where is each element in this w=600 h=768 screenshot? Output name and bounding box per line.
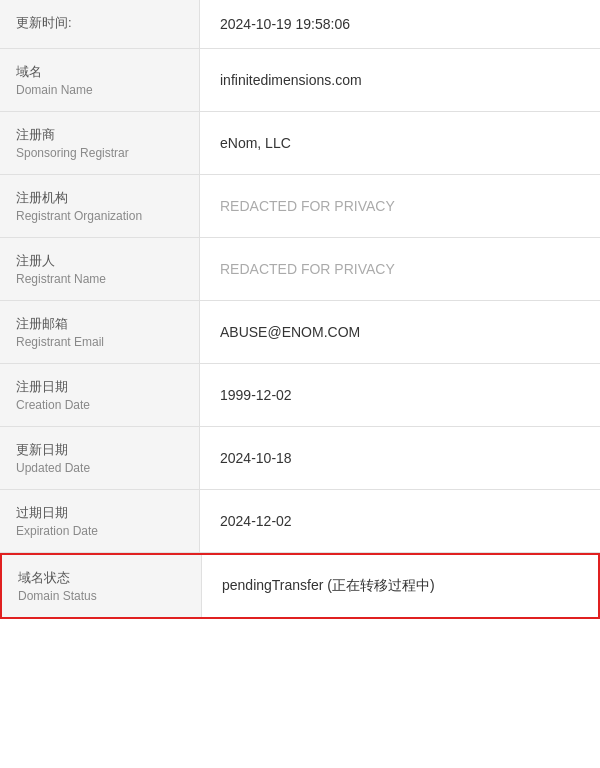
value-cell-registrant-name: REDACTED FOR PRIVACY — [200, 238, 600, 300]
label-cell-registrant-email: 注册邮箱 Registrant Email — [0, 301, 200, 363]
label-en-registrant-name: Registrant Name — [16, 272, 183, 286]
whois-table: 更新时间: 2024-10-19 19:58:06 域名 Domain Name… — [0, 0, 600, 619]
value-text-updated-date: 2024-10-18 — [220, 450, 292, 466]
label-en-domain-status: Domain Status — [18, 589, 185, 603]
table-row-domain-status: 域名状态 Domain Status pendingTransfer (正在转移… — [0, 553, 600, 619]
table-row-domain-name: 域名 Domain Name infinitedimensions.com — [0, 49, 600, 112]
value-text-expiration-date: 2024-12-02 — [220, 513, 292, 529]
value-cell-updated-date: 2024-10-18 — [200, 427, 600, 489]
table-row-expiration-date: 过期日期 Expiration Date 2024-12-02 — [0, 490, 600, 553]
value-text-registrant-name: REDACTED FOR PRIVACY — [220, 261, 395, 277]
table-row-registrant-organization: 注册机构 Registrant Organization REDACTED FO… — [0, 175, 600, 238]
label-en-sponsoring-registrar: Sponsoring Registrar — [16, 146, 183, 160]
label-en-creation-date: Creation Date — [16, 398, 183, 412]
value-text-registrant-organization: REDACTED FOR PRIVACY — [220, 198, 395, 214]
label-zh-domain-name: 域名 — [16, 63, 183, 81]
table-row-updated-date: 更新日期 Updated Date 2024-10-18 — [0, 427, 600, 490]
label-cell-creation-date: 注册日期 Creation Date — [0, 364, 200, 426]
label-cell-registrant-organization: 注册机构 Registrant Organization — [0, 175, 200, 237]
value-cell-registrant-organization: REDACTED FOR PRIVACY — [200, 175, 600, 237]
label-en-domain-name: Domain Name — [16, 83, 183, 97]
table-row-registrant-email: 注册邮箱 Registrant Email ABUSE@ENOM.COM — [0, 301, 600, 364]
value-text-creation-date: 1999-12-02 — [220, 387, 292, 403]
label-cell-sponsoring-registrar: 注册商 Sponsoring Registrar — [0, 112, 200, 174]
table-row-creation-date: 注册日期 Creation Date 1999-12-02 — [0, 364, 600, 427]
value-cell-sponsoring-registrar: eNom, LLC — [200, 112, 600, 174]
table-row-update-time: 更新时间: 2024-10-19 19:58:06 — [0, 0, 600, 49]
label-zh-domain-status: 域名状态 — [18, 569, 185, 587]
value-text-registrant-email: ABUSE@ENOM.COM — [220, 324, 360, 340]
label-en-registrant-email: Registrant Email — [16, 335, 183, 349]
label-cell-registrant-name: 注册人 Registrant Name — [0, 238, 200, 300]
label-zh-sponsoring-registrar: 注册商 — [16, 126, 183, 144]
table-row-registrant-name: 注册人 Registrant Name REDACTED FOR PRIVACY — [0, 238, 600, 301]
label-zh-registrant-name: 注册人 — [16, 252, 183, 270]
label-cell-domain-name: 域名 Domain Name — [0, 49, 200, 111]
label-cell-domain-status: 域名状态 Domain Status — [2, 555, 202, 617]
label-zh-creation-date: 注册日期 — [16, 378, 183, 396]
value-cell-creation-date: 1999-12-02 — [200, 364, 600, 426]
value-cell-update-time: 2024-10-19 19:58:06 — [200, 0, 600, 48]
label-en-expiration-date: Expiration Date — [16, 524, 183, 538]
value-cell-expiration-date: 2024-12-02 — [200, 490, 600, 552]
label-zh-registrant-email: 注册邮箱 — [16, 315, 183, 333]
value-text-domain-status: pendingTransfer (正在转移过程中) — [222, 577, 435, 595]
label-zh-expiration-date: 过期日期 — [16, 504, 183, 522]
value-text-sponsoring-registrar: eNom, LLC — [220, 135, 291, 151]
value-cell-domain-name: infinitedimensions.com — [200, 49, 600, 111]
label-zh-registrant-organization: 注册机构 — [16, 189, 183, 207]
label-cell-update-time: 更新时间: — [0, 0, 200, 48]
value-text-domain-name: infinitedimensions.com — [220, 72, 362, 88]
label-zh-updated-date: 更新日期 — [16, 441, 183, 459]
label-zh-update-time: 更新时间: — [16, 14, 183, 32]
label-cell-updated-date: 更新日期 Updated Date — [0, 427, 200, 489]
label-en-registrant-organization: Registrant Organization — [16, 209, 183, 223]
value-cell-registrant-email: ABUSE@ENOM.COM — [200, 301, 600, 363]
label-cell-expiration-date: 过期日期 Expiration Date — [0, 490, 200, 552]
table-row-sponsoring-registrar: 注册商 Sponsoring Registrar eNom, LLC — [0, 112, 600, 175]
value-text-update-time: 2024-10-19 19:58:06 — [220, 16, 350, 32]
label-en-updated-date: Updated Date — [16, 461, 183, 475]
value-cell-domain-status: pendingTransfer (正在转移过程中) — [202, 555, 598, 617]
